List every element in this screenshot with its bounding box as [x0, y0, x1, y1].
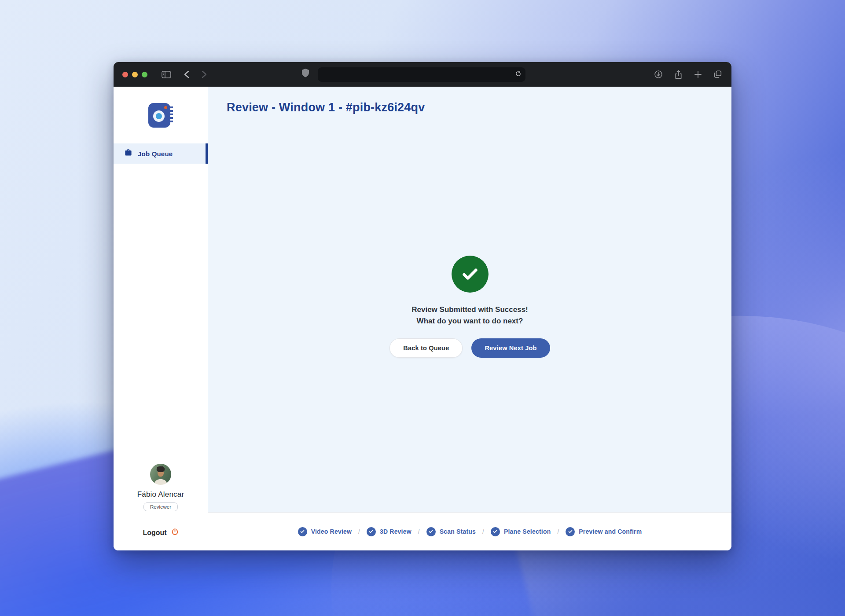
user-block: Fábio Alencar Reviewer Logout [114, 464, 208, 550]
tab-overview-icon[interactable] [710, 68, 725, 81]
app-logo [114, 87, 208, 143]
reload-icon[interactable] [515, 70, 522, 79]
role-badge: Reviewer [143, 502, 178, 511]
step-separator: / [557, 528, 559, 535]
downloads-icon[interactable] [651, 68, 666, 81]
step-separator: / [358, 528, 360, 535]
step-label: Video Review [311, 528, 352, 535]
minimize-window-button[interactable] [132, 72, 138, 77]
new-tab-icon[interactable] [691, 68, 705, 81]
step-separator: / [418, 528, 420, 535]
sidebar: Job Queue Fábio Alencar Reviewer Logout [114, 87, 208, 550]
back-icon[interactable] [179, 68, 194, 81]
traffic-lights [122, 72, 147, 77]
close-window-button[interactable] [122, 72, 128, 77]
back-to-queue-button[interactable]: Back to Queue [389, 338, 463, 358]
privacy-shield-icon [301, 68, 310, 81]
sidebar-item-label: Job Queue [138, 150, 173, 158]
step-check-icon [298, 527, 307, 536]
logo-dot [164, 106, 167, 109]
stepper: Video Review / 3D Review / S [298, 527, 642, 536]
main-content: Review - Window 1 - #pib-kz6i24qv Review… [208, 87, 731, 550]
step-label: Plane Selection [504, 528, 551, 535]
step-check-icon [566, 527, 575, 536]
step-check-icon [491, 527, 500, 536]
step-scan-status[interactable]: Scan Status [426, 527, 476, 536]
success-line-1: Review Submitted with Success! [411, 304, 528, 315]
logout-label: Logout [143, 529, 166, 537]
user-name: Fábio Alencar [137, 490, 184, 499]
sidebar-toggle-icon[interactable] [159, 68, 174, 81]
forward-icon[interactable] [197, 68, 212, 81]
action-buttons: Back to Queue Review Next Job [389, 338, 550, 358]
step-3d-review[interactable]: 3D Review [367, 527, 411, 536]
sidebar-item-job-queue[interactable]: Job Queue [114, 143, 208, 164]
step-label: Preview and Confirm [579, 528, 642, 535]
fullscreen-window-button[interactable] [142, 72, 147, 77]
success-panel: Review Submitted with Success! What do y… [208, 114, 731, 512]
step-preview-and-confirm[interactable]: Preview and Confirm [566, 527, 642, 536]
step-check-icon [426, 527, 436, 536]
step-separator: / [482, 528, 484, 535]
toolbar-right-icons [651, 68, 725, 81]
share-icon[interactable] [671, 68, 686, 81]
step-check-icon [367, 527, 376, 536]
step-label: 3D Review [380, 528, 411, 535]
success-check-icon [452, 256, 489, 293]
stepper-footer: Video Review / 3D Review / S [208, 512, 731, 550]
url-bar[interactable] [318, 67, 525, 82]
avatar [150, 464, 171, 485]
app-shell: Job Queue Fábio Alencar Reviewer Logout [114, 87, 731, 550]
briefcase-icon [125, 149, 132, 158]
step-label: Scan Status [440, 528, 476, 535]
page-title: Review - Window 1 - #pib-kz6i24qv [208, 87, 731, 114]
step-video-review[interactable]: Video Review [298, 527, 352, 536]
power-icon [171, 528, 179, 537]
logo-teeth [169, 106, 173, 124]
browser-window: Job Queue Fábio Alencar Reviewer Logout [114, 62, 731, 550]
success-line-2: What do you want to do next? [411, 315, 528, 327]
logo-lens-icon [153, 110, 165, 122]
browser-titlebar [114, 62, 731, 87]
logout-button[interactable]: Logout [143, 528, 178, 537]
step-plane-selection[interactable]: Plane Selection [491, 527, 551, 536]
success-message: Review Submitted with Success! What do y… [411, 304, 528, 327]
review-next-job-button[interactable]: Review Next Job [471, 338, 550, 358]
